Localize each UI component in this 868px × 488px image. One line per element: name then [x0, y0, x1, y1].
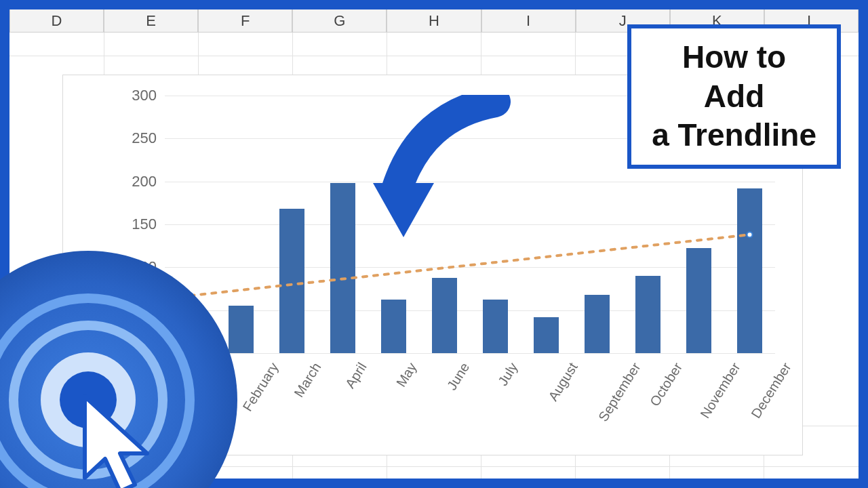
callout-line-3: a Trendline: [652, 116, 816, 155]
x-tick-label: August: [545, 360, 581, 404]
title-callout: How to Add a Trendline: [627, 24, 841, 169]
x-tick-label: March: [291, 360, 324, 400]
x-tick-label: September: [595, 360, 644, 424]
y-tick-label: 250: [132, 129, 157, 147]
column-header-F[interactable]: F: [198, 9, 292, 33]
svg-marker-3: [373, 183, 434, 237]
y-tick-label: 200: [132, 173, 157, 190]
callout-line-1: How to: [652, 38, 816, 77]
x-axis: JanuaryFebruaryMarchAprilMayJuneJulyAugu…: [165, 353, 775, 455]
y-tick-label: 150: [132, 216, 157, 233]
x-tick-label: April: [342, 360, 370, 391]
x-tick-label: June: [443, 360, 472, 393]
x-tick-label: November: [697, 360, 743, 421]
column-header-E[interactable]: E: [104, 9, 198, 33]
y-tick-label: 300: [132, 87, 157, 104]
column-header-D[interactable]: D: [9, 9, 104, 33]
x-tick-label: May: [393, 360, 420, 390]
callout-line-2: Add: [652, 77, 816, 117]
x-tick-label: July: [494, 360, 520, 388]
column-header-H[interactable]: H: [387, 9, 481, 33]
x-tick-label: December: [748, 360, 794, 421]
x-tick-label: October: [646, 360, 685, 409]
svg-point-2: [747, 232, 753, 237]
column-header-I[interactable]: I: [481, 9, 576, 33]
cursor-logo-icon: [0, 251, 237, 488]
arrow-icon: [373, 95, 522, 244]
x-tick-label: February: [239, 360, 281, 414]
column-header-G[interactable]: G: [292, 9, 387, 33]
